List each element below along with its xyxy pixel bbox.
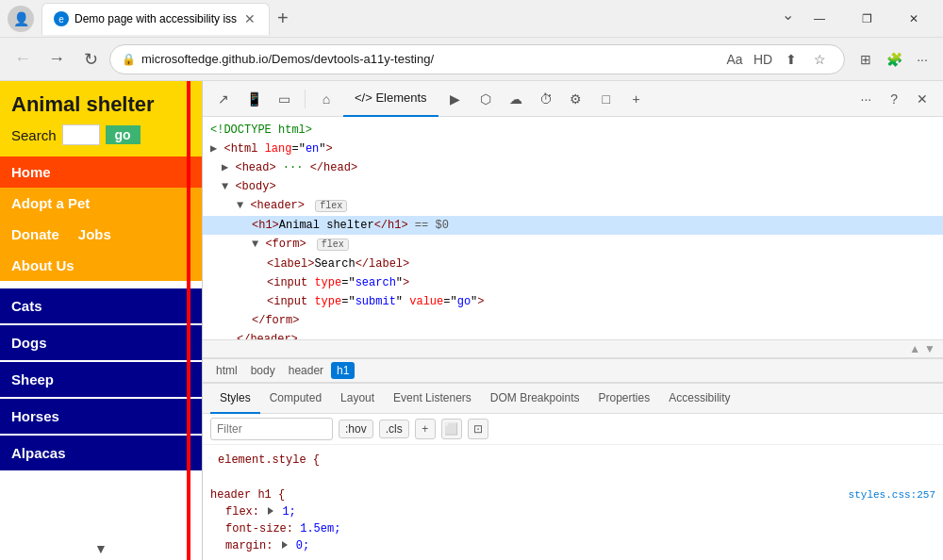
tab-elements[interactable]: </> Elements <box>343 81 438 117</box>
refresh-button[interactable]: ↻ <box>75 44 106 74</box>
browser-tab[interactable]: e Demo page with accessibility iss ✕ <box>41 3 270 35</box>
performance-button[interactable]: ⏱ <box>533 86 559 112</box>
expand-flex-icon[interactable] <box>268 507 273 515</box>
tab-accessibility[interactable]: Accessibility <box>659 384 739 414</box>
css-margin-property: margin: 0; <box>210 537 935 554</box>
animal-item-cats[interactable]: Cats <box>0 288 202 323</box>
tab-close-button[interactable]: ✕ <box>242 11 257 26</box>
nav-adopt-item[interactable]: Adopt a Pet <box>0 188 202 219</box>
sources-button[interactable]: ⬡ <box>472 86 499 112</box>
body-tag-line[interactable]: ▼ <body> <box>203 177 943 196</box>
collections-icon[interactable]: ⊞ <box>852 46 879 73</box>
network-button[interactable]: ☁ <box>503 86 529 112</box>
scroll-down-tree-icon[interactable]: ▼ <box>924 342 935 355</box>
copy-style-icon[interactable]: ⬜ <box>441 419 462 439</box>
forward-button[interactable]: → <box>41 44 72 74</box>
bottom-panel: Styles Computed Layout Event Listeners D… <box>203 383 943 560</box>
tab-dom-breakpoints[interactable]: DOM Breakpoints <box>481 384 589 414</box>
devtools-help-button[interactable]: ? <box>883 88 905 110</box>
browser-menu-button[interactable]: ··· <box>909 46 935 73</box>
filter-input[interactable] <box>210 418 333 440</box>
css-rule-block: styles.css:257 header h1 { flex: 1; font… <box>210 486 935 554</box>
sidebar-toggle-button[interactable]: ▭ <box>271 86 297 112</box>
devtools-panel: ↗ 📱 ▭ ⌂ </> Elements ▶ ⬡ ☁ ⏱ ⚙ □ + ··· ?… <box>203 81 943 560</box>
go-button[interactable]: go <box>106 125 141 144</box>
breadcrumb-html[interactable]: html <box>210 362 243 379</box>
animal-item-sheep[interactable]: Sheep <box>0 362 202 397</box>
layers-button[interactable]: □ <box>593 86 620 112</box>
breadcrumb-body[interactable]: body <box>245 362 281 379</box>
address-bar: ← → ↻ 🔒 microsoftedge.github.io/Demos/de… <box>0 38 943 81</box>
nav-donate-jobs-row[interactable]: Donate Jobs <box>0 219 202 250</box>
label-tag-line[interactable]: <label>Search</label> <box>203 255 943 273</box>
search-input[interactable] <box>62 124 100 145</box>
window-controls: ⌄ — ❐ ✕ <box>782 6 935 32</box>
home-icon-button[interactable]: ⌂ <box>313 86 339 112</box>
tab-styles[interactable]: Styles <box>210 384 260 414</box>
animal-list: Cats Dogs Sheep Horses Alpacas <box>0 288 202 472</box>
toolbar-divider <box>305 90 306 108</box>
css-selector: header h1 { <box>210 488 285 502</box>
inspect-element-button[interactable]: ↗ <box>210 86 237 112</box>
html-tree: <!DOCTYPE html> ▶ <html lang="en"> ▶ <he… <box>203 117 943 339</box>
expand-html-icon[interactable]: ▶ <box>210 142 217 156</box>
device-emulation-button[interactable]: 📱 <box>240 86 267 112</box>
tab-event-listeners[interactable]: Event Listeners <box>384 384 481 414</box>
devtools-content: ↗ 📱 ▭ ⌂ </> Elements ▶ ⬡ ☁ ⏱ ⚙ □ + ··· ?… <box>203 81 943 560</box>
tab-title: Demo page with accessibility iss <box>74 12 237 25</box>
new-tab-button[interactable]: + <box>270 8 296 29</box>
close-button[interactable]: ✕ <box>892 6 935 32</box>
restore-button[interactable]: ❐ <box>845 6 888 32</box>
nav-about-item[interactable]: About Us <box>0 250 202 281</box>
cls-button[interactable]: .cls <box>379 420 409 438</box>
head-tag-line[interactable]: ▶ <head> ··· </head> <box>203 158 943 177</box>
tab-computed[interactable]: Computed <box>260 384 331 414</box>
plus-filter-icon[interactable]: + <box>415 419 436 439</box>
css-content: element.style { styles.css:257 header h1… <box>203 445 943 560</box>
share-icon[interactable]: ⬆ <box>778 46 804 73</box>
minimize-button[interactable]: — <box>798 6 841 32</box>
add-tool-button[interactable]: + <box>623 86 650 112</box>
nav-home-item[interactable]: Home <box>0 156 202 188</box>
read-aloud-icon[interactable]: Aa <box>721 46 748 73</box>
back-button[interactable]: ← <box>8 44 38 74</box>
filter-bar: :hov .cls + ⬜ ⊡ <box>203 414 943 445</box>
animal-item-dogs[interactable]: Dogs <box>0 325 202 360</box>
form-tag-line[interactable]: ▼ <form> flex <box>203 235 943 255</box>
site-title: Animal shelter <box>11 92 190 117</box>
extensions-icon[interactable]: 🧩 <box>881 46 907 73</box>
red-border-indicator <box>187 81 190 560</box>
header-tag-line[interactable]: ▼ <header> flex <box>203 196 943 216</box>
scroll-up-icon[interactable]: ▲ <box>909 342 920 355</box>
console-button[interactable]: ▶ <box>442 86 469 112</box>
favorite-icon[interactable]: ☆ <box>806 46 833 73</box>
tab-bar: e Demo page with accessibility iss ✕ + <box>41 3 408 35</box>
scroll-down-icon: ▼ <box>94 541 108 556</box>
html-tag-line[interactable]: ▶ <html lang="en"> <box>203 140 943 158</box>
breadcrumb-header[interactable]: header <box>283 362 329 379</box>
devtools-close-button[interactable]: ✕ <box>909 88 935 110</box>
hov-button[interactable]: :hov <box>339 420 373 438</box>
nav-donate-label: Donate <box>11 226 59 242</box>
input-submit-line[interactable]: <input type="submit" value="go"> <box>203 292 943 311</box>
animal-item-alpacas[interactable]: Alpacas <box>0 436 202 470</box>
animal-item-horses[interactable]: Horses <box>0 399 202 434</box>
toggle-icon[interactable]: ⊡ <box>468 419 488 439</box>
element-style-line: element.style { <box>210 451 935 469</box>
breadcrumb-h1[interactable]: h1 <box>331 362 355 379</box>
expand-margin-icon[interactable] <box>282 541 288 549</box>
input-search-line[interactable]: <input type="search"> <box>203 273 943 292</box>
css-source-link[interactable]: styles.css:257 <box>849 486 935 503</box>
main-area: Animal shelter Search go Home Adopt a Pe… <box>0 81 943 560</box>
tab-layout[interactable]: Layout <box>331 384 384 414</box>
search-label: Search <box>11 127 57 143</box>
tab-properties[interactable]: Properties <box>589 384 660 414</box>
devtools-more-button[interactable]: ··· <box>853 88 880 110</box>
address-input[interactable]: 🔒 microsoftedge.github.io/Demos/devtools… <box>109 44 845 74</box>
header-close-line: </header> <box>203 330 943 339</box>
h1-tag-line[interactable]: <h1>Animal shelter</h1> == $0 <box>203 216 943 235</box>
hd-icon[interactable]: HD <box>750 46 776 73</box>
settings-button[interactable]: ⚙ <box>563 86 589 112</box>
address-actions: Aa HD ⬆ ☆ <box>721 46 833 73</box>
doctype-line: <!DOCTYPE html> <box>203 121 943 140</box>
